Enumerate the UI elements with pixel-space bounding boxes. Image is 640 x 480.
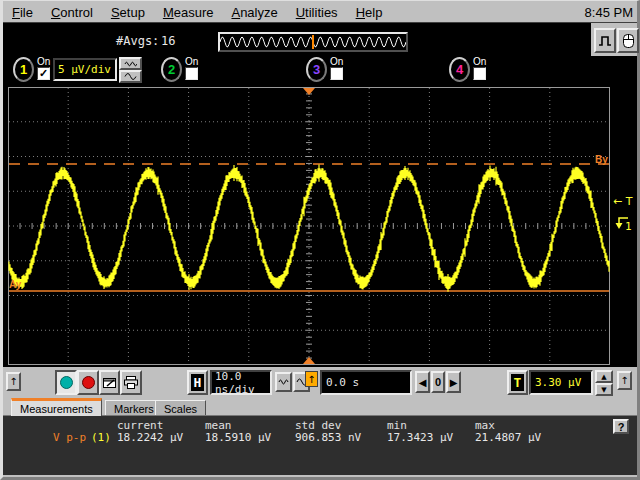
stop-button[interactable] — [77, 370, 99, 395]
menu-utilities[interactable]: Utilities — [287, 3, 347, 22]
clock: 8:45 PM — [585, 5, 633, 20]
scope-display: By Ay ← T 1 — [3, 85, 637, 367]
stop-icon — [82, 376, 95, 389]
small-wave-icon — [278, 377, 289, 387]
channel-3-button[interactable]: 3 — [306, 57, 327, 82]
square-pulse-icon — [597, 33, 613, 49]
up-arrow-icon: ↑ — [9, 376, 17, 387]
ground-marker-channel-number: 1 — [625, 220, 632, 233]
marker-b-label[interactable]: By — [595, 154, 608, 165]
printer-icon — [123, 375, 139, 390]
channel-1-scale-increase-button[interactable] — [119, 57, 142, 70]
trigger-level-up-button[interactable]: ▲ — [595, 370, 613, 383]
channel-bar: 1 On ✓ 5 µV/div 2 On 3 On — [3, 56, 637, 85]
left-arrow-icon: ◀ — [419, 377, 427, 388]
clear-display-button[interactable] — [99, 370, 120, 395]
horizontal-setup-button[interactable]: H — [187, 370, 208, 395]
menu-setup[interactable]: Setup — [102, 3, 154, 22]
scroll-up-right-button[interactable]: ↑ — [617, 371, 632, 390]
spin-up-icon: ▲ — [601, 373, 606, 381]
position-zero-button[interactable]: 0 — [431, 371, 445, 393]
channel-1-number: 1 — [20, 62, 27, 77]
overview-waveform — [220, 34, 406, 50]
horizontal-button-label: H — [191, 374, 204, 391]
clear-display-icon — [102, 376, 117, 390]
trigger-level-field[interactable]: 3.30 µV — [529, 370, 593, 395]
run-icon — [60, 376, 73, 389]
position-left-button[interactable]: ◀ — [415, 371, 430, 393]
spin-down-icon: ▼ — [601, 386, 606, 394]
menu-measure[interactable]: Measure — [154, 3, 223, 22]
channel-4-button[interactable]: 4 — [449, 57, 470, 82]
marker-a-label[interactable]: Ay — [9, 279, 21, 290]
timebase-position-field[interactable]: 0.0 s — [320, 370, 412, 395]
checkmark: ✓ — [39, 67, 48, 79]
measurement-name[interactable]: V p-p — [53, 431, 86, 444]
right-arrow-icon: ▶ — [450, 377, 458, 388]
up-arrow-icon: ↑ — [307, 374, 315, 385]
channel-1-button[interactable]: 1 — [13, 57, 34, 82]
channel-1-scale-decrease-button[interactable] — [119, 70, 142, 83]
pointer-mode-button[interactable] — [617, 28, 639, 53]
averages-value: 16 — [161, 34, 175, 48]
measurement-current: 18.2242 µV — [117, 431, 183, 444]
print-button[interactable] — [120, 370, 142, 395]
oscilloscope-window: File Control Setup Measure Analyze Utili… — [0, 0, 640, 480]
measurement-std-dev: 906.853 nV — [295, 431, 361, 444]
timebase-scale-field[interactable]: 10.0 ns/div — [210, 370, 272, 395]
tab-scales[interactable]: Scales — [155, 400, 206, 416]
channel-1-ground-marker[interactable]: 1 — [613, 215, 635, 233]
position-right-button[interactable]: ▶ — [446, 371, 461, 393]
waveform-overview-bar[interactable] — [218, 32, 408, 52]
trigger-setup-button[interactable]: T — [507, 370, 528, 395]
zero-label: 0 — [435, 376, 441, 388]
channel-2-button[interactable]: 2 — [161, 57, 182, 82]
menu-file[interactable]: File — [3, 3, 42, 22]
channel-2-on-label: On — [185, 56, 198, 67]
measurement-mean: 18.5910 µV — [205, 431, 271, 444]
channel-2-number: 2 — [168, 62, 175, 77]
channel-4-number: 4 — [456, 62, 463, 77]
trigger-level-value: 3.30 µV — [531, 376, 581, 389]
timebase-zoom-in-button[interactable] — [275, 372, 292, 392]
menu-help[interactable]: Help — [347, 3, 392, 22]
trigger-button-label: T — [511, 374, 524, 391]
channel-1-on-checkbox[interactable]: ✓ — [37, 67, 50, 80]
large-wave-icon — [124, 72, 137, 81]
question-mark-icon: ? — [618, 421, 625, 433]
measurement-min: 17.3423 µV — [387, 431, 453, 444]
trigger-level-marker[interactable]: ← T — [613, 195, 632, 208]
horizontal-reference-button[interactable]: ↑ — [305, 371, 318, 387]
mouse-icon — [622, 33, 635, 49]
channel-1-on-label: On — [37, 56, 50, 67]
trigger-level-down-button[interactable]: ▼ — [595, 383, 613, 396]
timebase-scale-value: 10.0 ns/div — [212, 370, 270, 396]
measurement-max: 21.4807 µV — [475, 431, 541, 444]
measurement-source-channel: (1) — [91, 431, 111, 444]
menu-control[interactable]: Control — [42, 3, 102, 22]
channel-1-scale-value: 5 µV/div — [55, 63, 111, 76]
run-button[interactable] — [55, 370, 77, 395]
measurements-panel: current mean std dev min max V p-p (1) 1… — [3, 415, 637, 475]
menu-analyze[interactable]: Analyze — [222, 3, 286, 22]
menu-bar: File Control Setup Measure Analyze Utili… — [3, 2, 637, 23]
channel-4-on-label: On — [473, 56, 486, 67]
channel-3-on-label: On — [330, 56, 343, 67]
channel-2-on-checkbox[interactable] — [185, 67, 198, 80]
channel-3-on-checkbox[interactable] — [330, 67, 343, 80]
small-wave-icon — [124, 60, 137, 68]
acquisition-mode-button[interactable] — [594, 28, 616, 53]
channel-1-scale-field[interactable]: 5 µV/div — [53, 58, 117, 81]
scroll-up-left-button[interactable]: ↑ — [6, 372, 21, 391]
horizontal-trigger-bar: ↑ H 10.0 ns/div — [3, 367, 637, 399]
help-button[interactable]: ? — [613, 419, 629, 434]
channel-3-number: 3 — [313, 62, 320, 77]
averages-label: #Avgs: — [116, 34, 159, 48]
timebase-position-value: 0.0 s — [322, 376, 359, 389]
up-arrow-icon: ↑ — [620, 375, 628, 386]
waveform-grid[interactable] — [8, 87, 610, 365]
tab-measurements[interactable]: Measurements — [11, 398, 102, 416]
channel-4-on-checkbox[interactable] — [473, 67, 486, 80]
